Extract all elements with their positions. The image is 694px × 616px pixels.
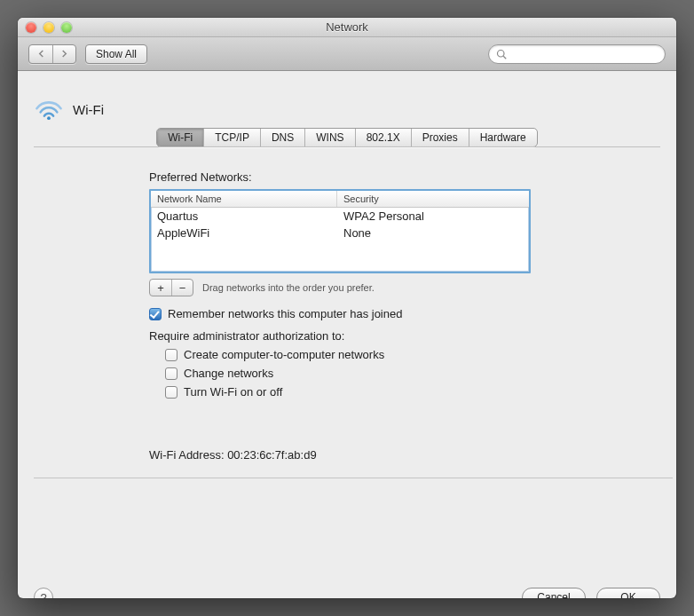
change-networks-checkbox[interactable] [165,367,177,380]
service-name: Wi-Fi [73,102,104,117]
tab-dns[interactable]: DNS [260,129,304,146]
titlebar: Network [18,18,676,37]
forward-button[interactable] [52,45,75,63]
toolbar: Show All [18,37,676,71]
tab-tcpip[interactable]: TCP/IP [203,129,260,146]
cell-security: None [337,225,529,241]
remember-networks-label: Remember networks this computer has join… [168,307,402,320]
help-button[interactable]: ? [34,588,53,598]
tab-8021x[interactable]: 802.1X [355,129,411,146]
svg-point-2 [47,116,51,120]
svg-line-1 [503,56,506,59]
show-all-button[interactable]: Show All [85,44,147,64]
preferred-networks-table[interactable]: Network Name Security Quartus WPA2 Perso… [149,189,531,273]
change-networks-label: Change networks [184,367,273,380]
drag-hint: Drag networks into the order you prefer. [202,282,375,293]
search-icon [496,49,507,59]
wifi-icon [34,98,64,121]
zoom-window-button[interactable] [61,22,72,33]
wifi-address-value: 00:23:6c:7f:ab:d9 [227,448,316,462]
cell-network-name: Quartus [151,208,337,225]
column-network-name[interactable]: Network Name [151,191,337,207]
minimize-window-button[interactable] [43,22,54,33]
create-adhoc-label: Create computer-to-computer networks [184,348,384,361]
table-header: Network Name Security [151,191,529,208]
svg-point-0 [498,50,505,57]
cell-security: WPA2 Personal [337,208,529,225]
search-field[interactable] [488,44,666,64]
nav-back-forward [28,44,76,64]
tab-hardware[interactable]: Hardware [469,129,537,146]
search-input[interactable] [511,47,658,61]
tab-proxies[interactable]: Proxies [411,129,469,146]
ok-button[interactable]: OK [596,588,660,598]
create-adhoc-checkbox[interactable] [165,349,177,361]
tab-wifi[interactable]: Wi-Fi [157,129,203,146]
remove-network-button[interactable]: − [171,280,193,296]
back-button[interactable] [29,45,52,63]
preferred-networks-label: Preferred Networks: [149,170,566,184]
tab-wins[interactable]: WINS [304,129,354,146]
table-row[interactable]: AppleWiFi None [151,225,529,241]
window-title: Network [18,20,676,34]
column-security[interactable]: Security [337,191,529,207]
toggle-wifi-checkbox[interactable] [165,386,177,399]
network-preferences-window: Network Show All [18,18,676,598]
wifi-address-label: Wi-Fi Address: [149,448,225,462]
wifi-address: Wi-Fi Address: 00:23:6c:7f:ab:d9 [149,448,566,462]
require-admin-label: Require administrator authorization to: [149,329,566,343]
add-network-button[interactable]: + [150,280,171,296]
add-remove-control: + − [149,279,193,296]
cell-network-name: AppleWiFi [151,225,337,241]
cancel-button[interactable]: Cancel [522,588,586,598]
remember-networks-checkbox[interactable] [149,308,162,320]
tab-bar: Wi-Fi TCP/IP DNS WINS 802.1X Proxies Har… [156,128,537,147]
close-window-button[interactable] [26,22,36,33]
toggle-wifi-label: Turn Wi-Fi on or off [184,385,282,399]
table-row[interactable]: Quartus WPA2 Personal [151,208,529,225]
